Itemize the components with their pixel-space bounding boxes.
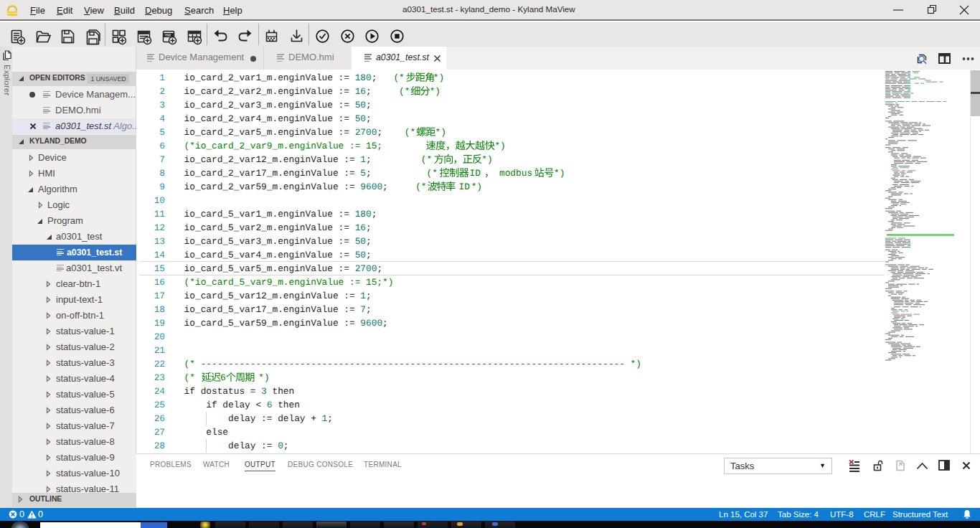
svg-text:HMI: HMI — [165, 34, 171, 37]
